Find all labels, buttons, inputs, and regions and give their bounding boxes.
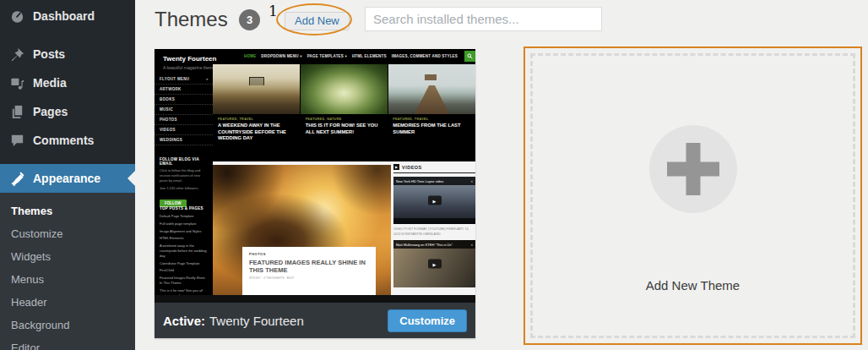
theme-menu-item: MUSIC bbox=[155, 105, 213, 115]
theme-nav: HOME DROPDOWN MENU ▾ PAGE TEMPLATES ▾ HT… bbox=[244, 49, 475, 63]
active-menu-arrow bbox=[127, 171, 135, 186]
sidebar-item-label: Posts bbox=[33, 47, 65, 61]
comment-bubble-icon bbox=[9, 133, 25, 149]
sidebar-item-posts[interactable]: Posts bbox=[0, 40, 135, 68]
paintbrush-icon bbox=[9, 171, 25, 187]
video-thumbnail-2: Matt Mullenweg on KTEH "This is Us"< ▶ bbox=[393, 240, 475, 287]
search-icon bbox=[464, 51, 475, 62]
theme-menu-item: BOOKS bbox=[155, 95, 213, 105]
sidebar-item-dashboard[interactable]: Dashboard bbox=[0, 2, 135, 30]
photo-grass bbox=[301, 64, 388, 114]
submenu-item-customize[interactable]: Customize bbox=[0, 222, 135, 245]
play-button-icon: ▶ bbox=[428, 196, 442, 205]
submenu-item-editor[interactable]: Editor bbox=[0, 336, 135, 350]
theme-menu-item: FLYOUT MENU▸ bbox=[155, 74, 213, 85]
sidebar-item-pages[interactable]: Pages bbox=[0, 97, 135, 126]
theme-sidebar-menu: FLYOUT MENU▸ ARTWORK BOOKS MUSIC PHOTOS … bbox=[155, 74, 213, 145]
menu-separator bbox=[0, 155, 135, 164]
submenu-item-themes[interactable]: Themes bbox=[0, 200, 135, 222]
add-new-theme-label: Add New Theme bbox=[525, 278, 860, 293]
photo-lake-dock bbox=[213, 64, 300, 114]
top-posts-widget: TOP POSTS & PAGES Default Page Template … bbox=[155, 206, 213, 303]
plus-icon bbox=[649, 125, 737, 213]
menu-separator bbox=[0, 30, 135, 40]
submenu-item-header[interactable]: Header bbox=[0, 291, 135, 314]
follow-widget: FOLLOW BLOG VIA EMAIL Click to follow th… bbox=[155, 157, 213, 208]
media-icon bbox=[9, 75, 25, 91]
sidebar-item-label: Pages bbox=[33, 105, 68, 118]
theme-count-badge: 3 bbox=[239, 9, 260, 30]
video-thumbnail-1: New York HD Time Lapse video< ▶ bbox=[393, 177, 475, 224]
featured-photos bbox=[213, 64, 475, 114]
sidebar-item-media[interactable]: Media bbox=[0, 68, 135, 97]
theme-footer-strip bbox=[155, 295, 475, 303]
add-new-button[interactable]: Add New bbox=[285, 12, 350, 30]
customize-button[interactable]: Customize bbox=[388, 309, 467, 332]
photo-pier bbox=[388, 64, 475, 114]
featured-captions: FEATURED, TRAVELA WEEKEND AWAY IN THE CO… bbox=[213, 114, 475, 161]
appearance-submenu: Themes Customize Widgets Menus Header Ba… bbox=[0, 193, 135, 350]
theme-nav-home: HOME bbox=[244, 54, 256, 58]
active-theme-name: Twenty Fourteen bbox=[209, 314, 304, 328]
sidebar-item-label: Media bbox=[33, 76, 67, 90]
play-icon: ▶ bbox=[393, 164, 399, 170]
submenu-item-background[interactable]: Background bbox=[0, 314, 135, 336]
dashboard-icon bbox=[9, 8, 25, 25]
theme-nav-styles: IMAGES, COMMENT AND STYLES bbox=[392, 54, 458, 58]
theme-menu-item: VIDEOS bbox=[155, 125, 213, 135]
theme-screenshot[interactable]: Twenty Fourteen A beautiful magazine the… bbox=[155, 49, 475, 303]
theme-menu-item: WEDDINGS bbox=[155, 135, 213, 145]
pushpin-icon bbox=[9, 46, 25, 63]
sidebar-item-appearance[interactable]: Appearance bbox=[0, 164, 135, 193]
theme-card-twenty-fourteen: Twenty Fourteen A beautiful magazine the… bbox=[155, 49, 475, 338]
play-button-icon: ▶ bbox=[428, 260, 442, 269]
videos-widget: ▶ VIDEOS New York HD Time Lapse video< ▶… bbox=[393, 164, 475, 287]
video-controls-bar bbox=[393, 218, 475, 224]
pages-icon bbox=[9, 104, 25, 120]
sidebar-item-label: Appearance bbox=[33, 172, 100, 185]
annotation-step-number: 1 bbox=[269, 3, 278, 19]
add-new-theme-card[interactable]: Add New Theme bbox=[524, 46, 862, 345]
admin-sidebar: Dashboard Posts Media Pages Comments App… bbox=[0, 0, 135, 350]
share-icon: < bbox=[471, 179, 473, 183]
sidebar-item-label: Comments bbox=[33, 134, 94, 147]
themes-admin-page: Dashboard Posts Media Pages Comments App… bbox=[0, 0, 868, 350]
theme-menu-item: PHOTOS bbox=[155, 115, 213, 125]
share-icon: < bbox=[471, 243, 473, 247]
page-title: Themes bbox=[155, 8, 228, 31]
active-theme-bar: Active: Twenty Fourteen Customize bbox=[155, 303, 475, 338]
theme-nav-html: HTML ELEMENTS bbox=[352, 54, 387, 58]
theme-site-tagline: A beautiful magazine theme bbox=[163, 65, 215, 70]
theme-site-title: Twenty Fourteen bbox=[163, 55, 216, 63]
theme-menu-item: ARTWORK bbox=[155, 85, 213, 95]
theme-nav-dropdown: DROPDOWN MENU ▾ bbox=[261, 54, 301, 58]
chevron-right-icon: ▸ bbox=[206, 77, 209, 81]
sidebar-item-label: Dashboard bbox=[33, 9, 95, 23]
search-input[interactable] bbox=[365, 7, 602, 31]
theme-nav-templates: PAGE TEMPLATES ▾ bbox=[307, 54, 347, 58]
submenu-item-widgets[interactable]: Widgets bbox=[0, 245, 135, 268]
submenu-item-menus[interactable]: Menus bbox=[0, 268, 135, 291]
active-label: Active: bbox=[163, 314, 205, 328]
sidebar-item-comments[interactable]: Comments bbox=[0, 126, 135, 155]
